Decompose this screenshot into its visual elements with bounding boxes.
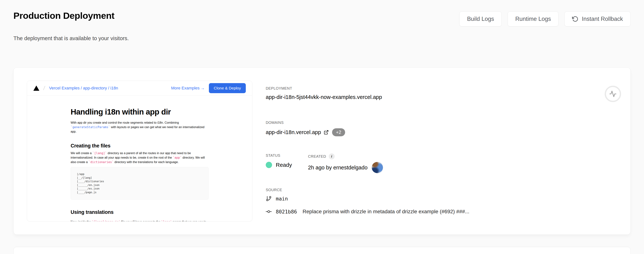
tree-line: |/app (77, 173, 84, 176)
external-link-icon (324, 130, 329, 135)
translations-paragraph: Now, inside the `[lang]/page.js` file we… (70, 220, 208, 222)
next-section-card (14, 247, 630, 254)
article-intro-paragraph: With app dir you create and control the … (70, 121, 208, 134)
activity-pulse-icon (609, 90, 616, 98)
intro-text: With app dir you create and control the … (70, 121, 179, 124)
files-text-4: directory with the translations for each… (114, 160, 179, 164)
preview-article: Handling i18n within app dir With app di… (70, 96, 208, 222)
status-label: STATUS (266, 153, 280, 158)
using-translations-heading: Using translations (70, 209, 208, 215)
tree-line: |____/dictionaries (77, 180, 104, 183)
inline-code-app: `app` (173, 156, 182, 159)
source-label: SOURCE (266, 188, 282, 192)
domain-link[interactable]: app-dir-i18n.vercel.app (266, 129, 329, 135)
page-title: Production Deployment (14, 10, 114, 21)
created-label-text: CREATED (308, 154, 326, 159)
inline-code-dictionaries: `dictionaries` (88, 160, 114, 164)
deployment-url-link[interactable]: app-dir-i18n-5jst44vkk-now-examples.verc… (266, 94, 382, 100)
files-text-1: We will create a (70, 151, 92, 155)
git-commit-icon (266, 209, 272, 215)
tree-line: |______/en.json (77, 184, 100, 186)
avatar[interactable] (372, 162, 383, 173)
extra-domains-badge[interactable]: +2 (332, 128, 345, 136)
more-examples-link[interactable]: More Examples → (171, 86, 205, 91)
deployment-preview[interactable]: / Vercel Examples / app-directory / i18n… (27, 81, 252, 222)
clone-deploy-button[interactable]: Clone & Deploy (209, 83, 246, 93)
commit-message-link[interactable]: Replace prisma with drizzle in metadata … (302, 209, 470, 215)
inline-code-generateStaticParams: `generateStaticParams` (70, 125, 110, 129)
tree-line: |__/[lang] (77, 176, 92, 179)
source-branch-row: main (266, 196, 288, 202)
domains-row: app-dir-i18n.vercel.app +2 (266, 128, 345, 136)
instant-rollback-label: Instant Rollback (582, 16, 623, 22)
domains-label: DOMAINS (266, 121, 284, 125)
runtime-logs-button[interactable]: Runtime Logs (508, 11, 558, 26)
vercel-triangle-icon (33, 86, 39, 91)
build-logs-button[interactable]: Build Logs (459, 11, 502, 26)
source-commit-row: 8021b86 Replace prisma with drizzle in m… (266, 209, 470, 215)
info-icon[interactable]: i (329, 153, 335, 159)
git-branch-icon (266, 196, 272, 202)
inline-code-lang-dir: `[lang]` (92, 151, 107, 155)
page-subtitle: The deployment that is available to your… (14, 35, 129, 41)
breadcrumb-divider: / (43, 85, 46, 91)
trans-text-2: file we will have access to the (120, 220, 161, 222)
preview-navbar: / Vercel Examples / app-directory / i18n… (27, 81, 252, 96)
files-paragraph: We will create a `[lang]` directory as a… (70, 151, 208, 164)
inline-code-lang-page: `[lang]/page.js` (92, 220, 120, 222)
status-value: Ready (276, 162, 292, 168)
inline-code-lang-param: `lang` (161, 220, 172, 222)
domain-text: app-dir-i18n.vercel.app (266, 129, 321, 135)
creating-files-heading: Creating the files (70, 143, 208, 149)
commit-hash-link[interactable]: 8021b86 (276, 209, 297, 215)
header-actions: Build Logs Runtime Logs Instant Rollback (459, 11, 630, 26)
preview-breadcrumb-link[interactable]: Vercel Examples / app-directory / i18n (49, 86, 118, 91)
created-value: 2h ago by ernestdelgado (308, 165, 368, 171)
runtime-logs-label: Runtime Logs (515, 16, 551, 22)
file-tree-code-block: |/app |__/[lang] |____/dictionaries |___… (70, 167, 208, 200)
deployment-label: DEPLOYMENT (266, 86, 292, 91)
production-deployment-card: / Vercel Examples / app-directory / i18n… (14, 68, 630, 235)
instant-rollback-button[interactable]: Instant Rollback (564, 11, 630, 26)
article-title: Handling i18n within app dir (70, 108, 208, 117)
rotate-ccw-icon (572, 16, 578, 22)
tree-line: |______/es.json (77, 187, 100, 190)
ready-status-dot-icon (266, 162, 272, 168)
activity-badge[interactable] (605, 86, 621, 102)
tree-line: |____/page.js (77, 191, 96, 194)
trans-text-3: param that we can use to (172, 220, 206, 222)
status-row: Ready (266, 162, 292, 168)
trans-text-1: Now, inside the (70, 220, 92, 222)
branch-link[interactable]: main (276, 196, 288, 202)
build-logs-label: Build Logs (467, 16, 494, 22)
created-row: 2h ago by ernestdelgado (308, 162, 383, 173)
created-label: CREATED i (308, 153, 335, 159)
